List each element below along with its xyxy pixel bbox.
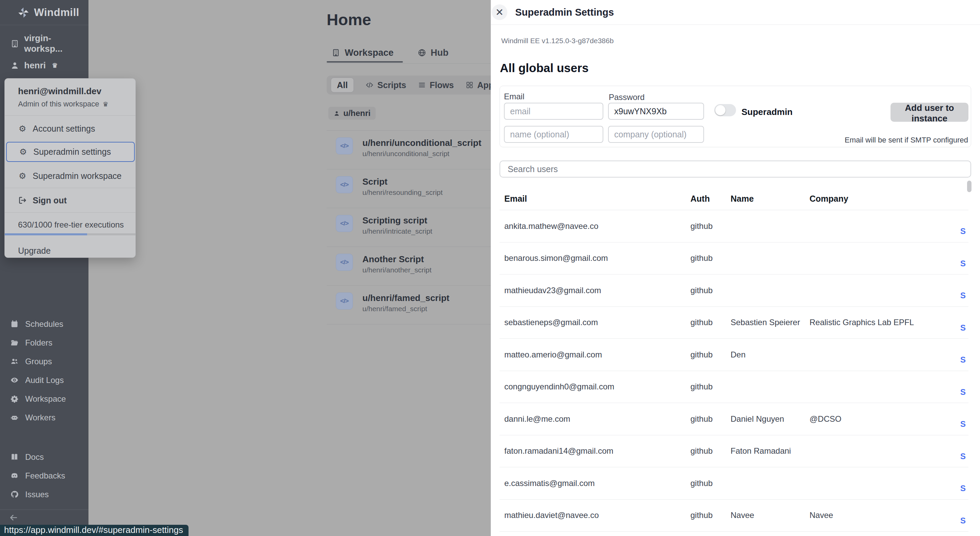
table-row: mathieu.daviet@navee.co github Navee Nav… (500, 500, 969, 532)
user-action-link[interactable]: S (960, 291, 966, 300)
menu-item-account-settings[interactable]: ⚙ Account settings (5, 118, 135, 139)
sidebar-nav-item[interactable]: Workspace (0, 390, 89, 407)
crown-icon: ♛ (103, 101, 108, 108)
username: henri (24, 60, 46, 71)
add-user-button[interactable]: Add user to instance (891, 103, 969, 122)
user-action-link[interactable]: S (960, 452, 966, 461)
user-menu-trigger[interactable]: henri ♛ (0, 57, 89, 73)
menu-item-label: Account settings (33, 124, 95, 134)
drawer-divider (491, 24, 980, 25)
close-icon[interactable]: ✕ (492, 5, 508, 20)
user-action-link[interactable]: S (960, 516, 966, 525)
sidebar-nav-item[interactable]: Groups (0, 353, 89, 370)
email-field[interactable] (504, 103, 603, 120)
cell-company: Realistic Graphics Lab EPFL (810, 318, 914, 327)
tab-hub[interactable]: Hub (413, 48, 453, 58)
quota-text: 630/1000 free-tier executions (18, 220, 124, 230)
sidebar-nav-item[interactable]: Docs (0, 449, 89, 465)
toggle-knob (715, 105, 725, 115)
nav-item-label: Workers (25, 413, 56, 422)
gear-icon: ⚙ (19, 147, 27, 157)
sidebar-nav-item[interactable]: Schedules (0, 316, 89, 332)
kind-filter-group: All Scripts Flows Apps (327, 76, 510, 95)
nav-item-icon (10, 338, 19, 347)
nav-item-label: Issues (25, 490, 49, 499)
workspace-selector[interactable]: virgin-worksp... (0, 35, 89, 52)
cell-auth: github (690, 479, 713, 488)
superadmin-toggle[interactable] (714, 104, 736, 116)
name-field[interactable] (504, 126, 603, 143)
filter-icon (418, 81, 426, 89)
menu-item-sign-out[interactable]: Sign out (5, 190, 135, 211)
building-icon (10, 39, 19, 48)
gear-icon: ⚙ (18, 124, 27, 133)
menu-divider (5, 115, 135, 116)
sidebar-nav-item[interactable]: Workers (0, 409, 89, 426)
globe-icon (417, 48, 426, 57)
sidebar-nav-item[interactable]: Folders (0, 334, 89, 351)
filter-chip[interactable]: Flows (418, 80, 454, 90)
nav-item-label: Folders (25, 338, 52, 347)
collapse-sidebar-button[interactable] (9, 513, 18, 522)
filter-chip[interactable]: Scripts (366, 80, 406, 90)
code-icon: </> (336, 292, 353, 309)
user-action-link[interactable]: S (960, 259, 966, 268)
cell-name: Daniel Nguyen (730, 414, 784, 424)
menu-item-label: Sign out (33, 195, 67, 205)
sidebar-nav-item[interactable]: Feedbacks (0, 467, 89, 484)
nav-item-label: Schedules (25, 319, 63, 329)
company-field[interactable] (608, 126, 704, 143)
cell-auth: github (690, 286, 713, 295)
search-users-input[interactable] (500, 160, 971, 178)
tab-workspace[interactable]: Workspace (327, 48, 398, 58)
app-logo[interactable]: Windmill (0, 0, 89, 25)
page-title: Home (327, 10, 371, 29)
user-action-link[interactable]: S (960, 355, 966, 365)
cell-auth: github (690, 254, 713, 263)
cell-auth: github (690, 511, 713, 520)
menu-item-superadmin-workspace[interactable]: ⚙ Superadmin workspace (5, 166, 135, 186)
cell-email: danni.le@me.com (504, 414, 570, 424)
script-path: u/henri/another_script (363, 266, 431, 274)
scrollbar-thumb[interactable] (967, 181, 972, 192)
person-icon (334, 110, 340, 117)
cell-auth: github (690, 221, 713, 231)
password-field[interactable] (608, 103, 704, 120)
user-action-link[interactable]: S (960, 419, 966, 429)
script-title: Script (363, 176, 388, 187)
nav-item-icon (10, 490, 19, 499)
script-path: u/henri/unconditional_script (363, 150, 450, 158)
nav-item-icon (10, 453, 19, 461)
cell-email: e.cassimatis@gmail.com (504, 479, 595, 488)
building-icon (331, 48, 340, 57)
logout-icon (18, 196, 27, 205)
table-row: benarous.simon@gmail.com github S (500, 243, 969, 275)
user-action-link[interactable]: S (960, 323, 966, 333)
owner-label: u/henri (343, 108, 371, 118)
menu-item-superadmin-settings[interactable]: ⚙ Superadmin settings (6, 142, 135, 162)
column-header-name: Name (730, 194, 754, 204)
sidebar-nav-item[interactable]: Issues (0, 486, 89, 503)
nav-item-icon (10, 395, 19, 403)
active-tab-underline (327, 61, 403, 63)
cell-company: Navee (810, 511, 833, 520)
user-action-link[interactable]: S (960, 484, 966, 493)
menu-item-upgrade[interactable]: Upgrade (18, 243, 51, 258)
user-action-link[interactable]: S (960, 227, 966, 236)
script-path: u/henri/resounding_script (363, 189, 443, 197)
user-action-link[interactable]: S (960, 387, 966, 397)
nav-item-label: Feedbacks (25, 471, 65, 480)
sidebar-nav-item[interactable]: Audit Logs (0, 372, 89, 389)
sidebar-divider (0, 509, 89, 510)
filter-label: Flows (430, 80, 454, 90)
nav-item-label: Groups (25, 357, 52, 366)
filter-all[interactable]: All (331, 78, 354, 92)
script-path: u/henri/intricate_script (363, 227, 432, 235)
browser-status-url: https://app.windmill.dev/#superadmin-set… (0, 525, 189, 536)
table-row: e.cassimatis@gmail.com github S (500, 467, 969, 500)
filter-icon (466, 81, 474, 89)
nav-item-icon (10, 471, 19, 480)
drawer-title: Superadmin Settings (515, 7, 614, 18)
owner-filter-chip[interactable]: u/henri (328, 107, 375, 120)
code-icon: </> (336, 215, 353, 232)
